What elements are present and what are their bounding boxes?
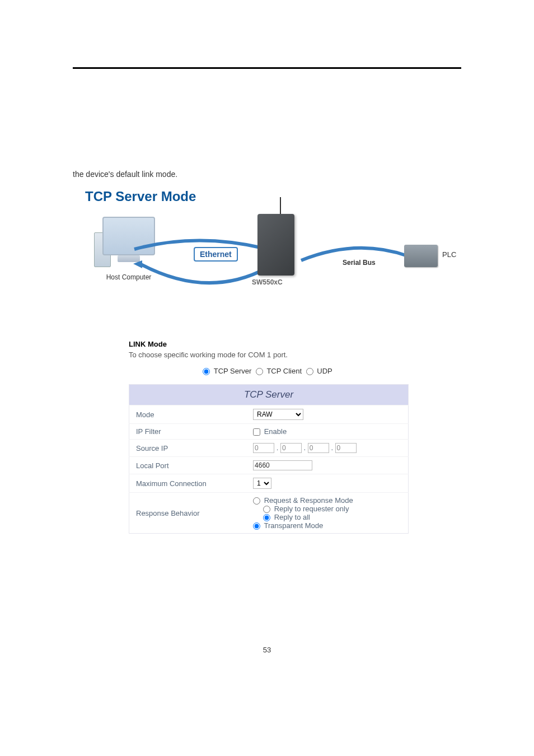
section-title: TCP Server Mode bbox=[85, 189, 461, 204]
udp-radio-text: UDP bbox=[317, 367, 332, 375]
ethernet-arrow-bottom-icon bbox=[129, 260, 269, 294]
tcp-client-radio-text: TCP Client bbox=[266, 367, 302, 375]
resp-request-radio[interactable] bbox=[253, 497, 260, 505]
local-port-label: Local Port bbox=[129, 457, 247, 474]
header-divider bbox=[73, 67, 461, 69]
resp-all-text: Reply to all bbox=[274, 513, 310, 521]
plc-icon bbox=[404, 245, 438, 267]
sw550xc-device-icon bbox=[257, 214, 294, 276]
tcp-server-table-title: TCP Server bbox=[129, 385, 409, 405]
ethernet-label: Ethernet bbox=[194, 247, 238, 262]
response-behavior-label: Response Behavior bbox=[129, 493, 247, 534]
resp-requester-only-label[interactable]: Reply to requester only bbox=[263, 505, 349, 513]
intro-text: the device's default link mode. bbox=[73, 170, 461, 179]
source-ip-octet-3[interactable] bbox=[308, 443, 329, 453]
sw550xc-device-label: SW550xC bbox=[252, 278, 283, 286]
link-mode-panel: LINK Mode To choose specific working mod… bbox=[129, 340, 409, 534]
resp-requester-only-text: Reply to requester only bbox=[274, 505, 349, 513]
tcp-server-table: TCP Server Mode RAW IP Filter Enable bbox=[129, 384, 409, 534]
ip-filter-enable-text: Enable bbox=[264, 427, 287, 436]
ip-filter-checkbox[interactable] bbox=[253, 428, 260, 436]
plc-label: PLC bbox=[442, 250, 456, 259]
source-ip-octet-2[interactable] bbox=[280, 443, 302, 453]
udp-radio[interactable] bbox=[306, 368, 313, 375]
mode-label: Mode bbox=[129, 405, 247, 424]
source-ip-octet-1[interactable] bbox=[253, 443, 274, 453]
resp-request-text: Request & Response Mode bbox=[264, 496, 353, 505]
page-number: 53 bbox=[73, 646, 461, 654]
resp-transparent-label[interactable]: Transparent Mode bbox=[253, 521, 323, 530]
source-ip-label: Source IP bbox=[129, 440, 247, 457]
resp-transparent-text: Transparent Mode bbox=[264, 521, 323, 530]
tcp-client-radio-label[interactable]: TCP Client bbox=[256, 367, 304, 375]
serial-bus-label: Serial Bus bbox=[343, 259, 376, 267]
max-connection-label: Maximum Connection bbox=[129, 474, 247, 493]
link-mode-subtext: To choose specific working mode for COM … bbox=[129, 351, 409, 359]
resp-request-label[interactable]: Request & Response Mode bbox=[253, 496, 353, 505]
svg-marker-1 bbox=[133, 260, 142, 268]
mode-select[interactable]: RAW bbox=[253, 409, 303, 420]
ip-filter-label: IP Filter bbox=[129, 424, 247, 440]
max-connection-select[interactable]: 1 bbox=[253, 478, 271, 489]
tcp-client-radio[interactable] bbox=[256, 368, 263, 375]
tcp-server-diagram: Host Computer Ethernet SW550xC Serial Bu… bbox=[78, 217, 470, 312]
ip-filter-enable-label[interactable]: Enable bbox=[253, 427, 287, 436]
tcp-server-radio[interactable] bbox=[203, 368, 210, 375]
resp-all-label[interactable]: Reply to all bbox=[263, 513, 310, 521]
local-port-input[interactable] bbox=[253, 460, 312, 470]
resp-requester-only-radio[interactable] bbox=[263, 506, 270, 513]
resp-transparent-radio[interactable] bbox=[253, 522, 260, 530]
resp-all-radio[interactable] bbox=[263, 514, 270, 521]
link-mode-radio-group: TCP Server TCP Client UDP bbox=[129, 367, 409, 375]
tcp-server-radio-text: TCP Server bbox=[214, 367, 252, 375]
link-mode-heading: LINK Mode bbox=[129, 340, 409, 348]
source-ip-octet-4[interactable] bbox=[335, 443, 357, 453]
tcp-server-radio-label[interactable]: TCP Server bbox=[203, 367, 254, 375]
udp-radio-label[interactable]: UDP bbox=[306, 367, 332, 375]
